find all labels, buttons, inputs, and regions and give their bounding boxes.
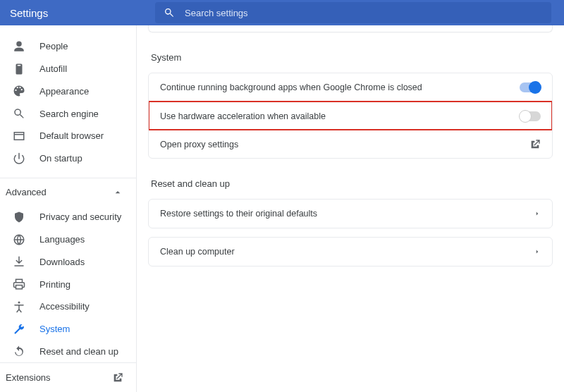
sidebar-item-system[interactable]: System [0,318,136,341]
sidebar-extensions[interactable]: Extensions [0,362,136,392]
sidebar-item-accessibility[interactable]: Accessibility [0,295,136,318]
sidebar-item-label: Downloads [39,257,85,267]
row-background-apps: Continue running background apps when Go… [149,73,552,102]
sidebar-item-autofill[interactable]: Autofill [0,58,136,80]
row-label: Clean up computer [160,247,235,257]
sidebar-item-label: Autofill [39,63,67,74]
chevron-up-icon [112,187,123,198]
app-header: Settings [0,0,564,25]
svg-point-1 [18,301,20,303]
sidebar-item-downloads[interactable]: Downloads [0,251,136,274]
search-icon [164,7,175,18]
previous-card-edge [148,25,553,32]
sidebar-item-label: Search engine [39,109,99,119]
row-restore-defaults[interactable]: Restore settings to their original defau… [149,200,552,228]
sidebar-item-label: Default browser [39,130,104,141]
sidebar-advanced-toggle[interactable]: Advanced [0,178,136,206]
restore-icon [13,345,25,357]
sidebar-item-languages[interactable]: Languages [0,228,136,251]
person-icon [13,40,25,53]
sidebar-item-default-browser[interactable]: Default browser [0,125,136,147]
row-proxy-settings[interactable]: Open proxy settings [149,130,552,158]
row-hardware-acceleration: Use hardware acceleration when available [149,102,552,130]
accessibility-icon [13,300,25,313]
extensions-label: Extensions [6,372,51,383]
reset-card-cleanup: Clean up computer [148,237,553,267]
row-label: Open proxy settings [160,140,238,149]
chevron-right-icon [534,210,541,217]
open-external-icon [529,139,541,150]
sidebar-item-reset[interactable]: Reset and clean up [0,341,136,363]
search-wrap [155,2,551,23]
sidebar-item-printing[interactable]: Printing [0,273,136,295]
toggle-hardware-acceleration[interactable] [520,111,541,121]
page-title: Settings [7,7,155,19]
sidebar-item-label: Privacy and security [39,212,121,222]
palette-icon [13,85,25,97]
globe-icon [13,233,25,246]
section-title-reset: Reset and clean up [151,178,553,189]
sidebar-item-label: People [39,41,68,51]
row-label: Use hardware acceleration when available [160,111,326,121]
sidebar-item-label: On startup [39,153,82,164]
sidebar-item-label: Appearance [39,86,89,97]
sidebar-item-privacy[interactable]: Privacy and security [0,206,136,228]
sidebar-item-label: Printing [39,279,70,290]
search-box[interactable] [155,2,551,23]
browser-icon [13,130,25,142]
open-external-icon [112,372,123,384]
search-icon [13,107,25,120]
sidebar-item-search-engine[interactable]: Search engine [0,102,136,125]
sidebar-item-label: Languages [39,234,85,245]
power-icon [13,152,25,165]
print-icon [13,278,25,290]
sidebar: People Autofill Appearance Search engine… [0,25,137,392]
row-clean-up-computer[interactable]: Clean up computer [149,238,552,266]
row-label: Continue running background apps when Go… [160,82,422,92]
advanced-label: Advanced [6,187,47,197]
wrench-icon [13,323,25,336]
toggle-background-apps[interactable] [520,82,541,92]
row-label: Restore settings to their original defau… [160,209,317,219]
sidebar-item-label: Accessibility [39,301,90,312]
clipboard-icon [13,63,25,75]
download-icon [13,255,25,268]
section-title-system: System [151,52,553,63]
content-area: System Continue running background apps … [137,25,564,392]
sidebar-item-people[interactable]: People [0,35,136,58]
sidebar-item-on-startup[interactable]: On startup [0,147,136,170]
sidebar-item-label: System [39,324,70,334]
reset-card-restore: Restore settings to their original defau… [148,199,553,228]
sidebar-item-appearance[interactable]: Appearance [0,80,136,102]
chevron-right-icon [534,248,541,255]
sidebar-item-label: Reset and clean up [39,346,118,357]
shield-icon [13,211,25,223]
search-input[interactable] [185,8,543,18]
system-card: Continue running background apps when Go… [148,73,553,159]
